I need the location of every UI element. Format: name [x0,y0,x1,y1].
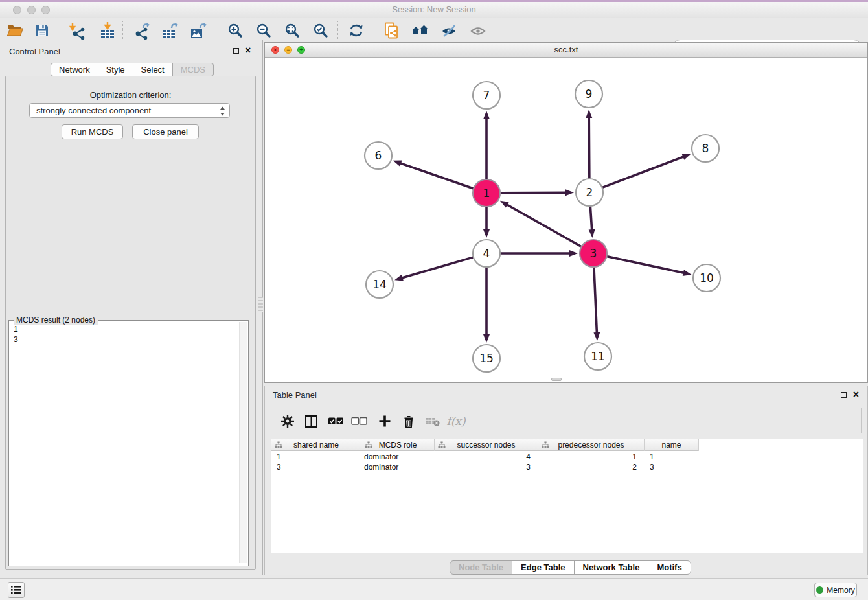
graph-node-14[interactable]: 14 [366,271,393,298]
refresh-button[interactable] [347,21,366,40]
hide-graphics-button[interactable] [439,21,459,40]
graph-edge-arrow [483,334,490,343]
optimization-criterion-select[interactable]: strongly connected component [29,103,230,118]
hierarchy-icon [438,441,446,449]
control-panel-close-button[interactable]: × [245,47,251,54]
show-column-button[interactable] [303,413,319,429]
hierarchy-icon [542,441,549,449]
tab-edge-table[interactable]: Edge Table [512,560,574,575]
graph-node-label: 4 [483,247,490,260]
import-network-button[interactable] [67,21,87,40]
show-graphics-button[interactable] [468,21,488,40]
graph-node-4[interactable]: 4 [473,240,500,267]
show-navigator-button[interactable] [411,21,430,40]
graph-node-6[interactable]: 6 [365,142,392,169]
task-history-button[interactable] [8,582,25,598]
graph-edge[interactable] [399,163,473,189]
graph-node-1[interactable]: 1 [473,179,500,207]
delete-table-button[interactable] [424,413,441,429]
graph-edge[interactable] [590,207,591,231]
mcds-panel-body: Optimization criterion: strongly connect… [5,76,256,570]
graph-node-7[interactable]: 7 [473,82,500,109]
network-graph[interactable]: 1234678910111415 [265,58,867,382]
main-toolbar [0,18,868,41]
graph-edge[interactable] [501,192,567,193]
panel-splitter-grip[interactable] [258,297,263,312]
column-header-mcds-role[interactable]: MCDS role [361,439,435,451]
graph-node-11[interactable]: 11 [584,343,611,370]
memory-button[interactable]: Memory [814,583,857,597]
tab-network[interactable]: Network [51,63,98,76]
graph-edge[interactable] [401,257,473,278]
tab-style[interactable]: Style [98,63,133,76]
mcds-result-item: 3 [14,334,18,345]
table-panel-close-button[interactable]: × [853,391,859,398]
save-session-button[interactable] [32,21,52,40]
graph-node-8[interactable]: 8 [692,135,719,162]
table-row[interactable]: 3 dominator 3 2 3 [271,462,864,472]
function-builder-button[interactable]: f(x) [448,413,464,429]
export-image-button[interactable] [188,21,208,40]
zoom-in-icon [227,23,243,38]
network-window-titlebar: × − + scc.txt [265,43,867,58]
zoom-selected-button[interactable] [311,21,330,40]
graph-node-10[interactable]: 10 [693,264,720,292]
control-panel-float-button[interactable] [233,48,239,54]
window-close-button[interactable] [13,6,21,14]
clone-network-button[interactable] [382,21,402,40]
graph-node-label: 14 [372,278,387,291]
graph-edge[interactable] [506,204,581,247]
graph-node-2[interactable]: 2 [576,179,603,206]
network-window-zoom-button[interactable]: + [297,46,305,54]
mcds-result-group: MCDS result (2 nodes) 1 3 [8,320,249,566]
dropdown-stepper-icon [220,106,225,116]
delete-column-button[interactable] [400,413,417,429]
graph-node-9[interactable]: 9 [575,80,602,108]
select-all-columns-button[interactable] [327,413,344,429]
zoom-fit-button[interactable] [282,21,302,40]
graph-edge[interactable] [603,156,685,187]
create-column-button[interactable] [376,413,393,429]
import-table-button[interactable] [98,21,117,40]
column-header-shared-name[interactable]: shared name [271,439,361,451]
graph-node-3[interactable]: 3 [580,240,607,267]
close-panel-button[interactable]: Close panel [132,124,199,139]
tab-network-table[interactable]: Network Table [574,560,649,575]
column-header-name[interactable]: name [645,439,699,451]
tab-mcds[interactable]: MCDS [172,63,214,76]
export-network-button[interactable] [131,21,151,40]
run-mcds-button[interactable]: Run MCDS [62,124,123,139]
window-minimize-button[interactable] [27,6,36,14]
plus-icon [378,415,391,428]
network-window-minimize-button[interactable]: − [284,46,292,54]
graph-edge[interactable] [594,268,597,334]
network-window-close-button[interactable]: × [271,46,279,54]
table-toolbar: f(x) [271,408,862,433]
toolbar-separator [60,21,60,39]
export-table-button[interactable] [160,21,179,40]
tab-select[interactable]: Select [133,63,173,76]
delete-table-icon [426,416,440,427]
graph-edge[interactable] [589,116,589,178]
column-settings-button[interactable] [279,413,296,429]
network-window-resize-grip[interactable] [551,378,562,381]
open-folder-icon [7,23,24,38]
mcds-result-scrollbar[interactable] [239,322,247,563]
table-panel-float-button[interactable] [841,392,847,398]
window-zoom-button[interactable] [41,6,50,14]
mcds-result-item: 1 [14,324,18,334]
table-header-row: shared name MCDS role [271,439,699,451]
table-row[interactable]: 1 dominator 4 1 1 [271,452,864,462]
column-header-successor-nodes[interactable]: successor nodes [435,439,538,451]
unselect-all-columns-button[interactable] [350,413,367,429]
open-session-button[interactable] [6,21,25,40]
zoom-in-button[interactable] [225,21,245,40]
graph-node-15[interactable]: 15 [473,345,500,372]
zoom-out-button[interactable] [254,21,273,40]
tab-motifs[interactable]: Motifs [648,560,691,575]
tab-node-table[interactable]: Node Table [450,560,512,575]
graph-edge[interactable] [607,257,685,273]
hierarchy-icon [275,441,282,449]
graph-node-label: 8 [702,142,709,155]
column-header-predecessor-nodes[interactable]: predecessor nodes [538,439,645,451]
